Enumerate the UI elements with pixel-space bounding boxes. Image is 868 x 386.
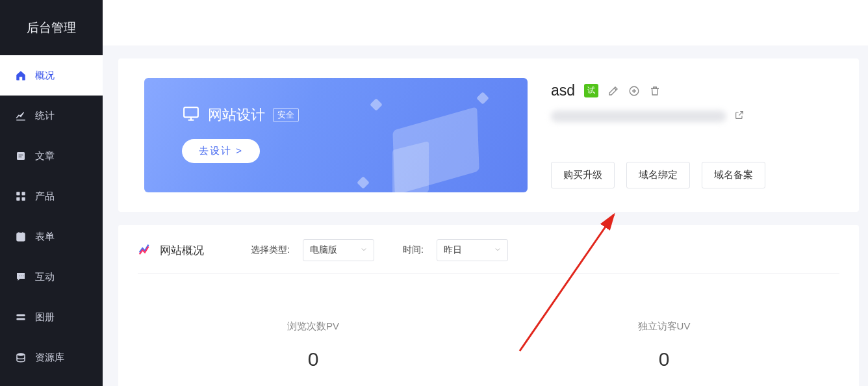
monitor-icon (182, 105, 200, 125)
sidebar-item-label: 产品 (35, 190, 55, 203)
sidebar-item-label: 概况 (35, 70, 55, 82)
overview-card: 网站概况 选择类型: 电脑版 时间: 昨日 浏览次数PV 0 独立访客 (118, 225, 859, 386)
type-label: 选择类型: (251, 244, 290, 256)
sidebar-item-album[interactable]: 图册 (0, 297, 103, 337)
svg-rect-2 (18, 157, 21, 158)
go-design-button[interactable]: 去设计 > (182, 139, 260, 163)
type-select[interactable]: 电脑版 (303, 239, 374, 261)
banner-tag: 安全 (273, 108, 299, 122)
site-card: 网站设计 安全 去设计 > asd 试 (118, 58, 859, 212)
svg-rect-14 (184, 107, 198, 117)
sidebar-item-stats[interactable]: 统计 (0, 96, 103, 136)
site-name: asd (551, 82, 575, 99)
buy-upgrade-button[interactable]: 购买升级 (551, 162, 615, 188)
sidebar-item-label: 资源库 (35, 352, 64, 364)
sidebar-item-label: 表单 (35, 231, 55, 243)
main-content: 网站设计 安全 去设计 > asd 试 (103, 0, 868, 386)
trial-badge: 试 (584, 84, 598, 97)
svg-rect-0 (17, 152, 25, 160)
banner-decoration (374, 87, 504, 192)
domain-bind-button[interactable]: 域名绑定 (626, 162, 690, 188)
sidebar-item-product[interactable]: 产品 (0, 176, 103, 216)
site-url-blurred (551, 110, 726, 122)
stat-pv-value: 0 (138, 348, 489, 370)
stat-uv: 独立访客UV 0 (489, 320, 839, 370)
sidebar-item-label: 文章 (35, 150, 55, 162)
stat-pv: 浏览次数PV 0 (138, 320, 489, 370)
stat-pv-label: 浏览次数PV (138, 320, 489, 333)
sidebar-item-form[interactable]: 表单 (0, 216, 103, 257)
design-banner: 网站设计 安全 去设计 > (144, 78, 528, 192)
svg-rect-1 (18, 155, 23, 156)
domain-record-button[interactable]: 域名备案 (702, 162, 765, 188)
edit-icon[interactable] (607, 85, 619, 97)
banner-title: 网站设计 (208, 105, 265, 125)
sidebar-item-article[interactable]: 文章 (0, 136, 103, 176)
overview-title: 网站概况 (160, 243, 204, 258)
svg-point-9 (21, 276, 22, 277)
product-icon (14, 190, 27, 203)
delete-icon[interactable] (649, 85, 661, 97)
library-icon (14, 351, 27, 364)
svg-rect-7 (17, 233, 25, 241)
sidebar-title: 后台管理 (0, 0, 103, 55)
chevron-down-icon (360, 245, 368, 255)
sidebar-item-label: 互动 (35, 271, 55, 283)
sidebar-item-overview[interactable]: 概况 (0, 55, 103, 96)
topbar (103, 0, 868, 45)
article-icon (14, 149, 27, 162)
chevron-down-icon (494, 245, 502, 255)
external-link-icon[interactable] (734, 110, 745, 123)
svg-rect-3 (16, 192, 19, 195)
sidebar-item-interact[interactable]: 互动 (0, 257, 103, 297)
svg-rect-11 (16, 315, 25, 316)
add-icon[interactable] (628, 85, 640, 97)
time-select-value: 昨日 (444, 244, 462, 256)
album-icon (14, 311, 27, 324)
svg-point-13 (17, 353, 25, 356)
sidebar-item-label: 图册 (35, 311, 55, 324)
stats-icon (14, 109, 27, 122)
svg-rect-5 (16, 198, 19, 201)
site-info: asd 试 购买升级 域名绑定 域名备案 (551, 78, 833, 188)
svg-rect-6 (22, 198, 25, 201)
sidebar: 后台管理 概况 统计 文章 产品 表单 互动 图册 (0, 0, 103, 386)
stat-uv-value: 0 (489, 348, 839, 370)
sidebar-item-label: 统计 (35, 110, 55, 122)
type-select-value: 电脑版 (310, 244, 337, 256)
sidebar-menu: 概况 统计 文章 产品 表单 互动 图册 资源库 (0, 55, 103, 378)
svg-rect-4 (22, 192, 25, 195)
time-label: 时间: (403, 244, 424, 256)
home-icon (14, 69, 27, 82)
chat-icon (14, 270, 27, 283)
time-select[interactable]: 昨日 (437, 239, 508, 261)
sidebar-item-library[interactable]: 资源库 (0, 337, 103, 378)
stat-uv-label: 独立访客UV (489, 320, 839, 333)
svg-point-8 (19, 276, 20, 277)
form-icon (14, 230, 27, 243)
svg-point-10 (23, 276, 24, 277)
chart-icon (138, 242, 152, 259)
svg-rect-12 (16, 318, 25, 320)
